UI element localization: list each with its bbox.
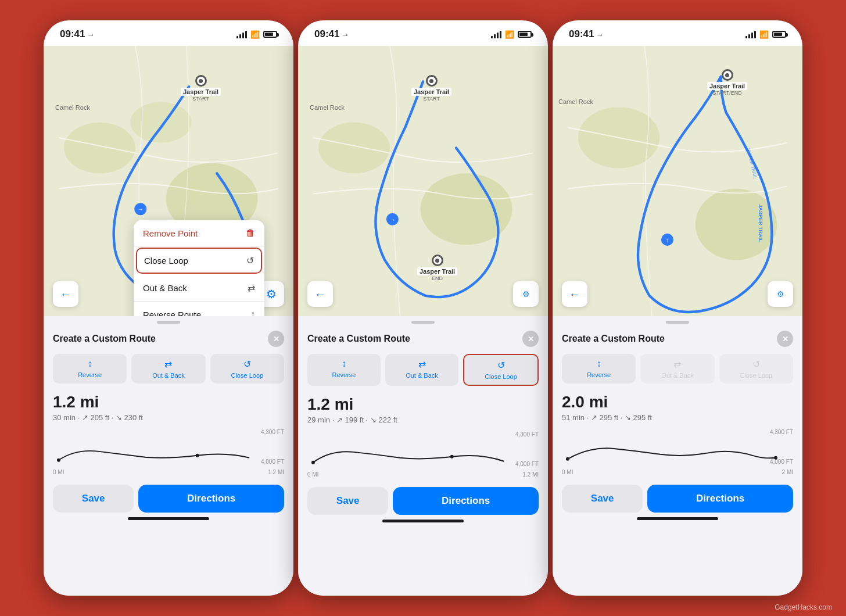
map-area-2[interactable]: → Camel Rock Jasper Trail START Jasper: [298, 46, 548, 316]
camel-rock-label-3: Camel Rock: [558, 98, 593, 105]
start-pin-2: Jasper Trail START: [411, 75, 451, 102]
back-btn-3[interactable]: ←: [562, 281, 587, 307]
menu-reverse-route[interactable]: Reverse Route ↕: [134, 302, 264, 316]
details-2: 29 min · ↗ 199 ft · ↘ 222 ft: [307, 416, 539, 424]
start-pin-1: Jasper Trail START: [181, 75, 221, 102]
svg-point-12: [450, 455, 454, 459]
panel-header-2: Create a Custom Route ✕: [307, 331, 539, 347]
reverse-btn-1[interactable]: ↕ Reverse: [53, 354, 127, 384]
out-back-icon-1: ⇄: [164, 359, 172, 370]
directions-btn-2[interactable]: Directions: [393, 487, 539, 515]
elevation-chart-1: 4,300 FT 4,000 FT 0 MI 1.2 MI: [53, 429, 284, 475]
svg-point-0: [64, 123, 135, 174]
chart-top-label-1: 4,300 FT: [261, 429, 284, 435]
menu-out-back[interactable]: Out & Back ⇄: [134, 275, 264, 302]
out-back-btn-1[interactable]: ⇄ Out & Back: [131, 354, 205, 384]
chart-x-start-2: 0 MI: [307, 471, 318, 478]
back-btn-2[interactable]: ←: [307, 281, 333, 307]
elevation-chart-2: 4,300 FT 4,000 FT 0 MI 1.2 MI: [307, 431, 539, 478]
signal-icon-2: [491, 31, 501, 38]
directions-btn-1[interactable]: Directions: [138, 485, 284, 513]
signal-icon-3: [745, 31, 756, 38]
action-row-2: ↕ Reverse ⇄ Out & Back ↺ Close Loop: [307, 354, 539, 386]
bottom-panel-1: Create a Custom Route ✕ ↕ Reverse ⇄ Out …: [44, 316, 293, 596]
filter-btn-3[interactable]: ⚙: [768, 281, 793, 307]
menu-close-loop[interactable]: Close Loop ↺: [136, 248, 262, 274]
details-3: 51 min · ↗ 295 ft · ↘ 295 ft: [562, 413, 793, 422]
trash-icon: 🗑: [246, 228, 255, 238]
trail-label-3: JASPER TRAIL: [757, 204, 763, 242]
phone-1: 09:41 → 📶: [44, 20, 293, 596]
out-back-icon-3: ⇄: [673, 359, 681, 370]
back-btn-1[interactable]: ←: [53, 281, 78, 307]
directions-btn-3[interactable]: Directions: [647, 485, 793, 513]
camel-rock-label-1: Camel Rock: [55, 104, 90, 111]
close-btn-2[interactable]: ✕: [522, 331, 539, 347]
action-row-3: ↕ Reverse ⇄ Out & Back ↺ Close Loop: [562, 354, 793, 384]
time-2: 09:41 →: [314, 28, 349, 40]
reverse-icon-1: ↕: [88, 359, 92, 369]
phone-3: 09:41 → 📶: [553, 20, 802, 596]
filter-btn-2[interactable]: ⚙: [513, 281, 539, 307]
status-icons-3: 📶: [745, 30, 786, 39]
close-loop-icon-1: ↺: [243, 359, 251, 370]
home-indicator-2: [382, 520, 464, 522]
time-1: 09:41 →: [60, 28, 94, 40]
wifi-icon-2: 📶: [505, 30, 514, 39]
svg-point-18: [566, 457, 569, 461]
location-arrow-icon-3: →: [596, 30, 603, 39]
status-bar-3: 09:41 → 📶: [553, 20, 802, 45]
chart-top-label-3: 4,300 FT: [770, 429, 793, 435]
distance-3: 2.0 mi: [562, 393, 793, 411]
map-area-3[interactable]: ↑ JASPER TRAIL Camel Rock Jasper Trail S…: [553, 46, 802, 316]
close-loop-btn-1[interactable]: ↺ Close Loop: [210, 354, 284, 384]
reverse-icon-3: ↕: [597, 359, 601, 369]
save-btn-3[interactable]: Save: [562, 485, 643, 513]
svg-point-2: [130, 102, 191, 143]
drag-indicator-3: [666, 321, 689, 324]
save-btn-2[interactable]: Save: [307, 487, 388, 515]
reverse-btn-2[interactable]: ↕ Reverse: [307, 354, 381, 386]
out-back-btn-3[interactable]: ⇄ Out & Back: [640, 354, 714, 384]
chart-x-start-1: 0 MI: [53, 469, 64, 475]
close-btn-3[interactable]: ✕: [777, 331, 793, 347]
out-back-icon: ⇄: [248, 282, 255, 293]
svg-point-6: [196, 454, 199, 457]
panel-header-1: Create a Custom Route ✕: [53, 331, 284, 347]
wifi-icon-1: 📶: [250, 30, 260, 39]
out-back-btn-2[interactable]: ⇄ Out & Back: [385, 354, 458, 386]
svg-point-5: [57, 459, 60, 462]
reverse-btn-3[interactable]: ↕ Reverse: [562, 354, 636, 384]
status-bar-1: 09:41 → 📶: [44, 20, 293, 45]
svg-text:→: →: [137, 206, 144, 213]
menu-remove-point[interactable]: Remove Point 🗑: [134, 220, 264, 246]
action-row-1: ↕ Reverse ⇄ Out & Back ↺ Close Loop: [53, 354, 284, 384]
svg-point-11: [311, 461, 315, 464]
distance-2: 1.2 mi: [307, 395, 539, 414]
watermark: GadgetHacks.com: [775, 603, 832, 611]
bottom-panel-3: Create a Custom Route ✕ ↕ Reverse ⇄ Out …: [553, 316, 802, 596]
home-indicator-3: [637, 517, 718, 520]
location-arrow-icon-1: →: [87, 30, 94, 39]
elevation-chart-3: 4,300 FT 4,000 FT 0 MI 2 MI: [562, 429, 793, 475]
home-indicator-1: [128, 517, 209, 520]
close-btn-1[interactable]: ✕: [268, 331, 284, 347]
chart-x-start-3: 0 MI: [562, 469, 573, 475]
chart-x-end-2: 1.2 MI: [522, 471, 539, 478]
save-btn-1[interactable]: Save: [53, 485, 134, 513]
close-loop-icon-2: ↺: [497, 360, 505, 371]
chart-top-label-2: 4,300 FT: [515, 431, 539, 438]
svg-point-19: [774, 456, 777, 460]
panel-header-3: Create a Custom Route ✕: [562, 331, 793, 347]
battery-icon-1: [263, 31, 277, 38]
close-loop-btn-3[interactable]: ↺ Close Loop: [719, 354, 793, 384]
close-loop-btn-2[interactable]: ↺ Close Loop: [463, 354, 539, 386]
map-area-1[interactable]: → Camel Rock Jasper Trail START Remove P…: [44, 46, 293, 316]
signal-icon-1: [236, 31, 247, 38]
svg-text:JASPER TRAIL: JASPER TRAIL: [745, 146, 758, 180]
svg-point-7: [318, 123, 390, 174]
distance-1: 1.2 mi: [53, 393, 284, 411]
time-3: 09:41 →: [569, 28, 603, 40]
context-menu-1[interactable]: Remove Point 🗑 Close Loop ↺ Out & Back ⇄…: [134, 220, 264, 316]
close-loop-icon-3: ↺: [752, 359, 760, 370]
